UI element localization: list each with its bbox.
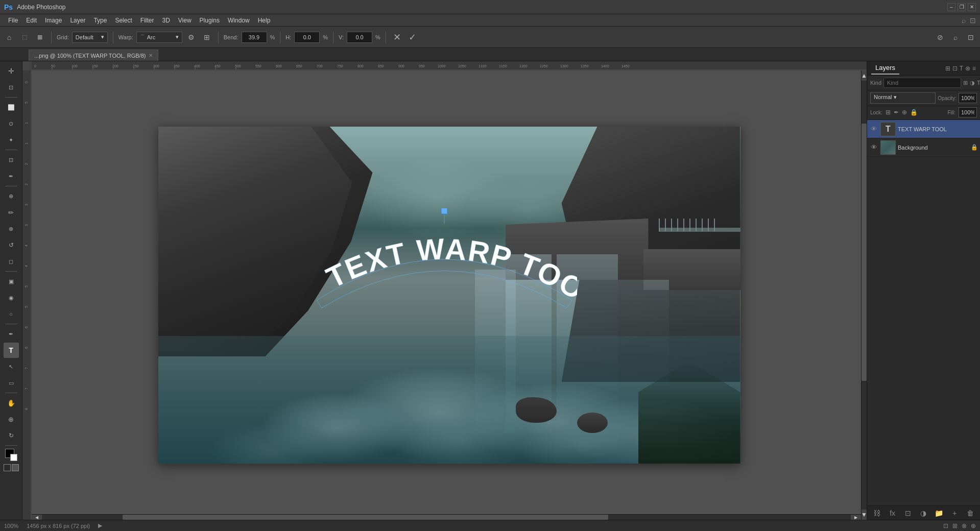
quick-mask-icon[interactable] (4, 464, 11, 471)
layer-item-text-warp[interactable]: 👁 T TEXT WARP TOOL (867, 120, 980, 138)
status-arrow[interactable]: ▶ (98, 522, 102, 529)
add-fx-button[interactable]: fx (887, 508, 898, 519)
blend-mode-dropdown[interactable]: Normal ▾ (870, 92, 936, 104)
lasso-tool[interactable]: ⊙ (4, 116, 19, 131)
menu-type[interactable]: Type (89, 16, 111, 25)
h-input[interactable] (294, 32, 320, 43)
lock-artboards-btn[interactable]: ⊕ (902, 109, 907, 116)
magic-wand-tool[interactable]: ✦ (4, 132, 19, 148)
menu-filter[interactable]: Filter (136, 16, 158, 25)
canvas-area[interactable]: 0 50 100 150 200 250 300 350 400 450 500… (22, 61, 867, 520)
bend-input[interactable] (242, 32, 267, 43)
panel-icon-2[interactable]: ⊡ (952, 65, 958, 72)
menu-help[interactable]: Help (254, 16, 275, 25)
brush-tool[interactable]: ✏ (4, 205, 19, 220)
panel-icon-5[interactable]: ≡ (972, 65, 976, 72)
delete-layer-button[interactable]: 🗑 (965, 508, 976, 519)
eyedropper-tool[interactable]: ✒ (4, 168, 19, 184)
blur-tool[interactable]: ◉ (4, 290, 19, 305)
artboard-tool[interactable]: ⊡ (4, 80, 19, 95)
opacity-input[interactable] (959, 93, 977, 103)
tab-close-icon[interactable]: ✕ (149, 53, 153, 58)
workspace-icon[interactable]: ⊡ (970, 16, 976, 25)
status-icon-3[interactable]: ⊗ (962, 522, 967, 529)
healing-tool[interactable]: ⊕ (4, 188, 19, 204)
menu-select[interactable]: Select (111, 16, 136, 25)
grid-dropdown[interactable]: Default ▾ (72, 32, 108, 43)
layer-visibility-bg[interactable]: 👁 (869, 143, 878, 152)
text-tool[interactable]: T (4, 343, 19, 358)
fill-input[interactable] (959, 107, 977, 117)
warp-dropdown[interactable]: ⌒ Arc ▾ (136, 32, 182, 43)
eraser-tool[interactable]: ◻ (4, 254, 19, 269)
add-mask-button[interactable]: ⊡ (902, 508, 914, 519)
stamp-tool[interactable]: ⊗ (4, 221, 19, 236)
shape-tool[interactable]: ▭ (4, 375, 19, 391)
foreground-background-colors[interactable] (5, 449, 17, 461)
home-icon[interactable]: ⌂ (3, 31, 15, 43)
gradient-tool[interactable]: ▣ (4, 274, 19, 289)
horizontal-scrollbar[interactable]: ◀ ▶ (32, 514, 861, 520)
screen-mode-icon[interactable] (12, 464, 19, 471)
hand-tool[interactable]: ✋ (4, 395, 19, 411)
layer-filter-adjust[interactable]: ◑ (970, 80, 975, 86)
panel-toggle-icon[interactable]: ⊡ (965, 31, 977, 43)
zoom-tool[interactable]: ⊕ (4, 412, 19, 427)
menu-image[interactable]: Image (41, 16, 66, 25)
panel-icon-3[interactable]: T (960, 65, 963, 72)
status-icon-2[interactable]: ⊞ (952, 522, 958, 529)
marquee-tool[interactable]: ⬜ (4, 100, 19, 115)
svg-text:1150: 1150 (499, 64, 507, 68)
menu-layer[interactable]: Layer (66, 16, 89, 25)
panel-icon-4[interactable]: ⊗ (965, 65, 970, 72)
warp-settings-icon[interactable]: ⚙ (185, 31, 198, 43)
brush-icon[interactable]: ⊘ (934, 31, 946, 43)
layer-item-background[interactable]: 👁 Background 🔒 (867, 138, 980, 157)
add-group-button[interactable]: 📁 (934, 508, 945, 519)
path-select-tool[interactable]: ↖ (4, 359, 19, 374)
minimize-button[interactable]: – (947, 3, 955, 11)
move-tool[interactable]: ✛ (4, 63, 19, 79)
menu-window[interactable]: Window (224, 16, 254, 25)
options-icon-1[interactable]: ⬚ (18, 31, 31, 43)
confirm-button[interactable]: ✓ (407, 31, 419, 43)
add-adjustment-button[interactable]: ◑ (918, 508, 929, 519)
status-icon-1[interactable]: ⊡ (943, 522, 948, 529)
layers-search-input[interactable] (883, 78, 961, 88)
lock-pixels-btn[interactable]: ⊞ (886, 109, 891, 116)
tab-main[interactable]: ...png @ 100% (TEXT WARP TOOL, RGB/8) ✕ (29, 50, 158, 61)
restore-button[interactable]: ❐ (958, 3, 966, 11)
add-link-button[interactable]: ⛓ (871, 508, 882, 519)
search-icon-topright[interactable]: ⌕ (962, 16, 966, 25)
crop-tool[interactable]: ⊡ (4, 152, 19, 167)
lock-position-btn[interactable]: ✒ (894, 109, 899, 116)
cancel-button[interactable]: ✕ (391, 31, 403, 43)
warp-mesh-icon[interactable]: ⊞ (201, 31, 213, 43)
pen-tool[interactable]: ✒ (4, 326, 19, 342)
search-topright-icon[interactable]: ⌕ (949, 31, 962, 43)
menu-3d[interactable]: 3D (158, 16, 174, 25)
vertical-scrollbar[interactable]: ▲ ▼ (861, 70, 867, 520)
history-brush-tool[interactable]: ↺ (4, 237, 19, 253)
status-icon-4[interactable]: ⊕ (971, 522, 976, 529)
menu-plugins[interactable]: Plugins (196, 16, 224, 25)
add-layer-button[interactable]: + (949, 508, 960, 519)
options-icon-2[interactable]: ▦ (34, 31, 46, 43)
canvas-wrapper[interactable]: TEXT WARP TOOL TEXT WARP TOOL (32, 70, 867, 520)
close-button[interactable]: ✕ (968, 3, 976, 11)
layer-visibility-text[interactable]: 👁 (869, 125, 878, 134)
dodge-tool[interactable]: ○ (4, 306, 19, 322)
rotate-view-tool[interactable]: ↻ (4, 428, 19, 443)
canvas[interactable]: TEXT WARP TOOL TEXT WARP TOOL (158, 127, 740, 464)
menu-edit[interactable]: Edit (22, 16, 41, 25)
background-lock-icon[interactable]: 🔒 (971, 144, 978, 151)
menu-view[interactable]: View (174, 16, 196, 25)
layers-tab[interactable]: Layers (871, 62, 899, 75)
v-input[interactable] (347, 32, 372, 43)
title-bar-controls[interactable]: – ❐ ✕ (947, 3, 976, 11)
layer-filter-pixel[interactable]: ⊞ (963, 80, 968, 86)
menu-file[interactable]: File (4, 16, 22, 25)
layer-filter-text[interactable]: T (977, 80, 980, 86)
lock-all-btn[interactable]: 🔒 (910, 109, 918, 116)
panel-icon-1[interactable]: ⊞ (945, 65, 950, 72)
